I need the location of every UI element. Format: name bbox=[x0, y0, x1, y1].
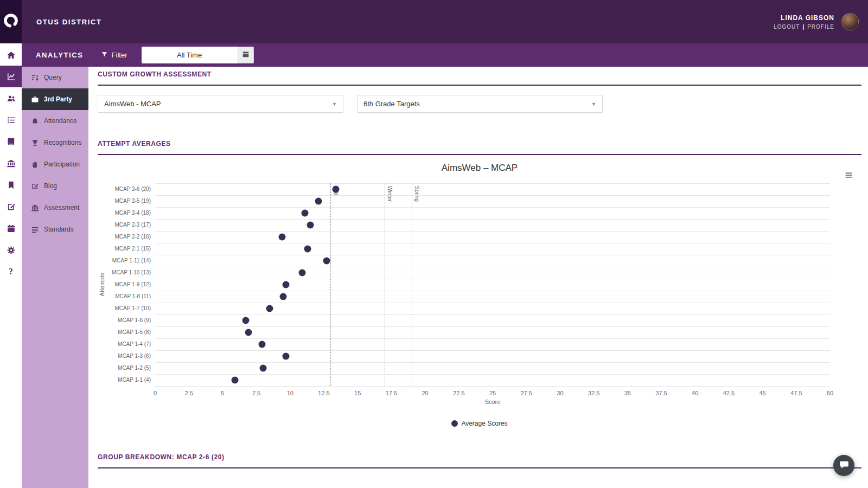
x-tick-label: 42.5 bbox=[723, 390, 735, 396]
category-label: MCAP 1-5 (8) bbox=[106, 326, 155, 338]
sidebar-item-assessment[interactable]: Assessment bbox=[22, 197, 88, 219]
data-point[interactable] bbox=[302, 210, 309, 217]
chart-menu-button[interactable] bbox=[843, 171, 854, 180]
data-point[interactable] bbox=[245, 329, 252, 336]
rail-item-home[interactable] bbox=[0, 44, 22, 66]
x-tick-label: 32.5 bbox=[588, 390, 599, 396]
y-axis-title: Attempts bbox=[98, 183, 106, 386]
assessment-dropdown[interactable]: AimsWeb - MCAP ▼ bbox=[98, 95, 343, 113]
gridline bbox=[155, 338, 830, 339]
compose-icon bbox=[7, 202, 16, 211]
category-label: MCAP 1-8 (11) bbox=[106, 291, 155, 303]
section-title-attempt-averages: ATTEMPT AVERAGES bbox=[98, 140, 861, 147]
data-point[interactable] bbox=[260, 365, 267, 372]
x-tick-label: 7.5 bbox=[252, 390, 260, 396]
hand-icon bbox=[31, 160, 39, 169]
sidebar-item-blog[interactable]: Blog bbox=[22, 175, 88, 197]
data-point[interactable] bbox=[266, 305, 273, 312]
legend-label: Average Scores bbox=[461, 420, 507, 427]
data-point[interactable] bbox=[231, 377, 238, 384]
rail-item-analytics[interactable] bbox=[0, 66, 22, 87]
benchmark-line bbox=[385, 183, 385, 386]
calendar-picker-button[interactable] bbox=[238, 47, 254, 63]
sidebar-item-query[interactable]: Query bbox=[22, 67, 88, 88]
category-label: MCAP 2-3 (17) bbox=[106, 219, 155, 231]
rail-item-people[interactable] bbox=[0, 87, 22, 109]
legend-item[interactable]: Average Scores bbox=[98, 420, 861, 427]
category-label: MCAP 1-4 (7) bbox=[106, 338, 155, 350]
x-tick-label: 50 bbox=[827, 390, 833, 396]
page-title: ANALYTICS bbox=[36, 51, 84, 59]
category-label: MCAP 1-9 (12) bbox=[106, 279, 155, 291]
calendar-icon bbox=[7, 224, 16, 233]
x-tick-label: 40 bbox=[692, 390, 698, 396]
gridline bbox=[155, 207, 830, 208]
rail-item-list[interactable] bbox=[0, 109, 22, 131]
data-point[interactable] bbox=[258, 341, 265, 348]
question-icon: ? bbox=[9, 267, 13, 277]
data-point[interactable] bbox=[307, 222, 314, 229]
chat-bubble-icon bbox=[839, 460, 849, 472]
benchmark-line bbox=[330, 183, 331, 386]
analytics-bar: ANALYTICS Filter bbox=[22, 43, 868, 67]
gridline bbox=[155, 219, 830, 220]
data-point[interactable] bbox=[242, 317, 249, 324]
category-label: MCAP 1-7 (10) bbox=[106, 303, 155, 314]
rail-item-calendar[interactable] bbox=[0, 217, 22, 239]
date-range-input[interactable] bbox=[142, 47, 238, 63]
rail-item-bookmark[interactable] bbox=[0, 174, 22, 196]
rail-item-gear[interactable] bbox=[0, 239, 22, 261]
data-point[interactable] bbox=[283, 353, 290, 360]
chat-launcher[interactable] bbox=[833, 455, 854, 476]
rail-item-book[interactable] bbox=[0, 131, 22, 152]
x-tick-label: 22.5 bbox=[453, 390, 464, 396]
sidebar-item-label: Assessment bbox=[44, 204, 79, 211]
sort-icon bbox=[31, 74, 39, 82]
x-tick-label: 47.5 bbox=[790, 390, 802, 396]
data-point[interactable] bbox=[278, 234, 285, 241]
filter-button[interactable]: Filter bbox=[101, 51, 127, 60]
book-icon bbox=[7, 137, 16, 146]
category-label: MCAP 1-6 (9) bbox=[106, 314, 155, 326]
rail-item-bank[interactable] bbox=[0, 152, 22, 174]
targets-dropdown-value: 6th Grade Targets bbox=[363, 100, 420, 108]
gridline bbox=[155, 350, 830, 351]
x-tick-label: 20 bbox=[422, 390, 428, 396]
data-point[interactable] bbox=[299, 269, 306, 277]
date-range-group bbox=[142, 47, 254, 63]
data-point[interactable] bbox=[304, 246, 311, 253]
sidebar-item-recognitions[interactable]: Recognitions bbox=[22, 132, 88, 153]
category-label: MCAP 1-2 (5) bbox=[106, 362, 155, 374]
avatar[interactable] bbox=[841, 13, 859, 30]
gridline bbox=[155, 255, 830, 255]
app-logo[interactable] bbox=[0, 0, 22, 43]
x-tick-label: 2.5 bbox=[185, 390, 193, 396]
rail-item-question[interactable]: ? bbox=[0, 261, 22, 282]
gridline bbox=[155, 291, 830, 291]
data-point[interactable] bbox=[283, 281, 290, 288]
logout-link[interactable]: LOGOUT bbox=[774, 24, 800, 30]
sidebar-item-attendance[interactable]: Attendance bbox=[22, 110, 88, 132]
data-point[interactable] bbox=[323, 258, 330, 265]
sidebar-item-participation[interactable]: Participation bbox=[22, 153, 88, 175]
data-point[interactable] bbox=[315, 198, 322, 205]
sidebar-item-label: Participation bbox=[44, 160, 80, 168]
data-point[interactable] bbox=[333, 186, 340, 193]
category-label: MCAP 1-1 (4) bbox=[106, 374, 155, 386]
plot-area: Score FallWinterSpring02.557.51012.51517… bbox=[155, 183, 830, 386]
data-point[interactable] bbox=[280, 293, 287, 300]
targets-dropdown[interactable]: 6th Grade Targets ▼ bbox=[357, 95, 603, 113]
sidebar-item-standards[interactable]: Standards bbox=[22, 219, 88, 240]
gridline bbox=[155, 231, 830, 232]
x-tick-label: 5 bbox=[221, 390, 224, 396]
profile-link[interactable]: PROFILE bbox=[807, 24, 834, 30]
rail-item-compose[interactable] bbox=[0, 196, 22, 217]
benchmark-label: Spring bbox=[414, 186, 420, 202]
sub-sidebar: Query3rd PartyAttendanceRecognitionsPart… bbox=[22, 67, 88, 488]
chart-body: Attempts MCAP 2-6 (20)MCAP 2-5 (19)MCAP … bbox=[98, 183, 861, 386]
category-axis: MCAP 2-6 (20)MCAP 2-5 (19)MCAP 2-4 (18)M… bbox=[106, 183, 155, 386]
sidebar-item-label: 3rd Party bbox=[44, 95, 72, 103]
sidebar-item-3rd-party[interactable]: 3rd Party bbox=[22, 88, 88, 110]
calendar-icon bbox=[242, 50, 250, 60]
x-tick-label: 27.5 bbox=[520, 390, 532, 396]
